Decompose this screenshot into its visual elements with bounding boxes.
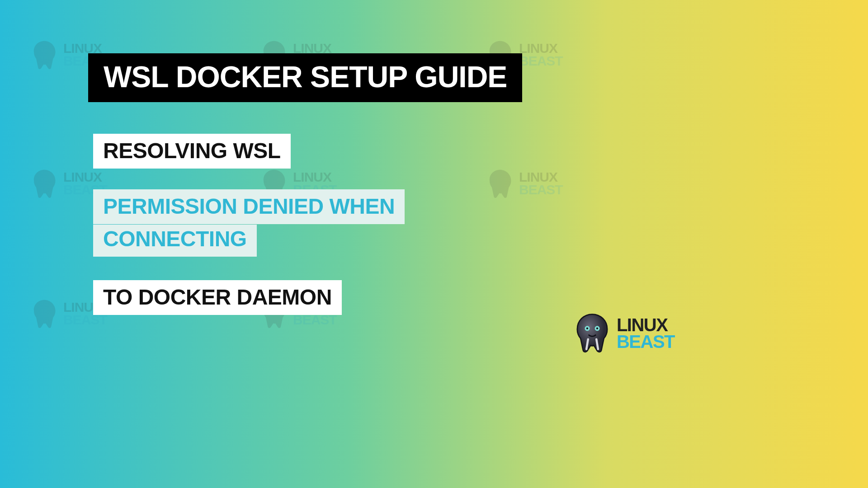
brand-text-2: BEAST: [617, 333, 675, 350]
beast-icon: [28, 297, 61, 330]
subtitle-text: RESOLVING WSL: [103, 139, 281, 163]
watermark-logo: LINUX BEAST: [484, 167, 563, 200]
watermark-text-2: BEAST: [519, 183, 563, 196]
subtitle-line-4: TO DOCKER DAEMON: [93, 280, 342, 315]
subtitle-line-3: CONNECTING: [93, 225, 257, 257]
beast-icon: [28, 38, 61, 71]
subtitle-text: PERMISSION DENIED WHEN: [103, 194, 395, 218]
subtitle-line-2: PERMISSION DENIED WHEN: [93, 189, 405, 224]
watermark-text-1: LINUX: [519, 171, 563, 183]
svg-point-2: [586, 328, 588, 329]
beast-icon: [484, 167, 516, 200]
beast-icon: [28, 167, 61, 200]
beast-icon: [571, 312, 613, 355]
watermark-text-1: LINUX: [519, 42, 563, 55]
subtitle-text: TO DOCKER DAEMON: [103, 285, 332, 309]
subtitle-text: CONNECTING: [103, 227, 247, 251]
watermark-text-1: LINUX: [63, 42, 107, 55]
watermark-text-2: BEAST: [63, 314, 107, 326]
watermark-text-1: LINUX: [63, 171, 107, 183]
watermark-text-2: BEAST: [519, 55, 563, 67]
watermark-text-1: LINUX: [293, 42, 337, 55]
page-title: WSL DOCKER SETUP GUIDE: [104, 60, 507, 94]
svg-point-3: [596, 328, 598, 329]
brand-logo: LINUX BEAST: [571, 312, 675, 355]
watermark-text-2: BEAST: [293, 314, 337, 326]
subtitle-line-1: RESOLVING WSL: [93, 134, 291, 169]
brand-text-1: LINUX: [617, 317, 675, 333]
title-banner: WSL DOCKER SETUP GUIDE: [88, 53, 522, 102]
watermark-text-1: LINUX: [293, 171, 337, 183]
